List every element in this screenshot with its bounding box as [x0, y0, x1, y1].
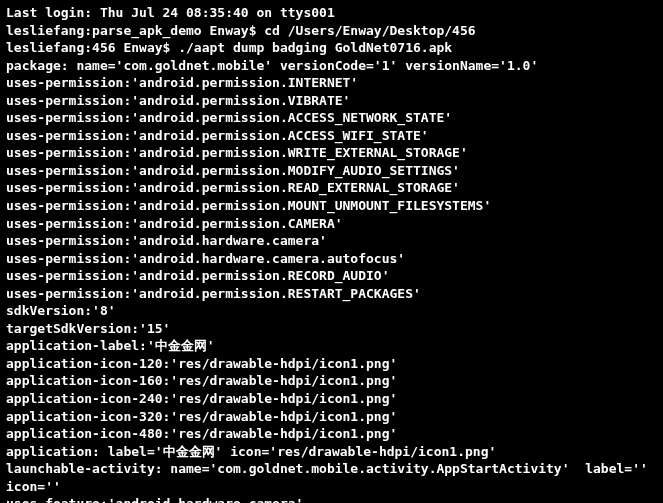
terminal-line: package: name='com.goldnet.mobile' versi… — [6, 57, 657, 75]
terminal-line: application-icon-320:'res/drawable-hdpi/… — [6, 408, 657, 426]
terminal-line: uses-permission:'android.permission.MOUN… — [6, 197, 657, 215]
terminal-line: sdkVersion:'8' — [6, 302, 657, 320]
terminal-line: Last login: Thu Jul 24 08:35:40 on ttys0… — [6, 4, 657, 22]
terminal-line: uses-permission:'android.permission.REST… — [6, 285, 657, 303]
terminal-line: uses-permission:'android.permission.WRIT… — [6, 144, 657, 162]
terminal-line: uses-permission:'android.hardware.camera… — [6, 250, 657, 268]
terminal-line: uses-permission:'android.permission.ACCE… — [6, 127, 657, 145]
terminal-line: lesliefang:456 Enway$ ./aapt dump badgin… — [6, 39, 657, 57]
terminal-line: uses-permission:'android.permission.CAME… — [6, 215, 657, 233]
terminal-line: uses-permission:'android.permission.READ… — [6, 179, 657, 197]
terminal-line: launchable-activity: name='com.goldnet.m… — [6, 460, 657, 495]
terminal-output[interactable]: Last login: Thu Jul 24 08:35:40 on ttys0… — [6, 4, 657, 503]
terminal-line: application-label:'中金金网' — [6, 337, 657, 355]
terminal-line: application-icon-240:'res/drawable-hdpi/… — [6, 390, 657, 408]
terminal-line: uses-permission:'android.permission.INTE… — [6, 74, 657, 92]
terminal-line: lesliefang:parse_apk_demo Enway$ cd /Use… — [6, 22, 657, 40]
terminal-line: uses-permission:'android.permission.RECO… — [6, 267, 657, 285]
terminal-line: uses-permission:'android.permission.ACCE… — [6, 109, 657, 127]
terminal-line: application-icon-120:'res/drawable-hdpi/… — [6, 355, 657, 373]
terminal-line: uses-permission:'android.hardware.camera… — [6, 232, 657, 250]
terminal-line: application-icon-480:'res/drawable-hdpi/… — [6, 425, 657, 443]
terminal-line: uses-permission:'android.permission.VIBR… — [6, 92, 657, 110]
terminal-line: uses-feature:'android.hardware.camera' — [6, 495, 657, 503]
terminal-line: uses-permission:'android.permission.MODI… — [6, 162, 657, 180]
terminal-line: application-icon-160:'res/drawable-hdpi/… — [6, 372, 657, 390]
terminal-line: targetSdkVersion:'15' — [6, 320, 657, 338]
terminal-line: application: label='中金金网' icon='res/draw… — [6, 443, 657, 461]
